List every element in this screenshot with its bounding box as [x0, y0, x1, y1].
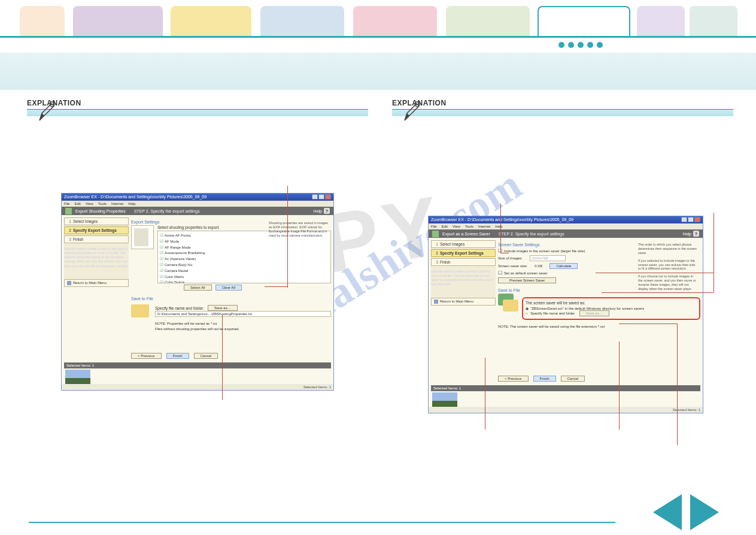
radio-default-dir[interactable]: "ZBScreenSaver.scr" in the default Windo…: [526, 306, 697, 310]
radio-specify[interactable]: Specify file name and folder Save as…: [526, 312, 697, 315]
prop-item[interactable]: Color Space: [160, 279, 329, 283]
menu-help[interactable]: Help: [128, 201, 135, 207]
menu-internet[interactable]: Internet: [478, 223, 490, 229]
menu-internet[interactable]: Internet: [111, 201, 123, 207]
step-header: STEP 2. Specify the export settings: [499, 232, 564, 236]
save-as-button[interactable]: Save as…: [208, 305, 238, 311]
exif-note: Shooting properties are stored in images…: [269, 221, 329, 238]
save-as-button[interactable]: Save as…: [579, 310, 609, 316]
menu-edit[interactable]: Edit: [442, 223, 448, 229]
previous-button[interactable]: < Previous: [131, 353, 162, 359]
wizard-nav: < Previous Finish Cancel: [498, 376, 585, 382]
task-icon: [432, 231, 439, 237]
tab-underline: [0, 36, 756, 38]
prev-page-arrow[interactable]: [649, 492, 684, 533]
help-label[interactable]: Help: [683, 232, 691, 236]
wizard-steps: 1Select Images 2Specify Export Settings …: [431, 240, 496, 306]
tab-7-active[interactable]: [538, 6, 630, 37]
help-icon[interactable]: ?: [693, 231, 699, 237]
task-header: Export as a Screen Saver STEP 2. Specify…: [429, 229, 703, 238]
prop-item[interactable]: Camera Model: [160, 268, 329, 274]
pencil-icon: [37, 99, 55, 123]
clear-all-button[interactable]: Clear All: [215, 285, 242, 291]
menu-bar: File Edit View Tools Internet Help: [429, 223, 703, 229]
menu-edit[interactable]: Edit: [75, 201, 81, 207]
menu-tools[interactable]: Tools: [465, 223, 473, 229]
menu-view[interactable]: View: [453, 223, 460, 229]
window-titlebar: ZoomBrowser EX - D:\Documents and Settin…: [62, 194, 333, 201]
menu-file[interactable]: File: [431, 223, 437, 229]
calculate-button[interactable]: Calculate: [549, 263, 578, 269]
size-combo[interactable]: 1024x768: [530, 255, 566, 261]
pencil-icon: [402, 99, 420, 123]
tab-6[interactable]: [446, 6, 530, 37]
step-finish[interactable]: 3Finish: [64, 235, 129, 243]
step-select-images[interactable]: 1Select Images: [431, 240, 496, 248]
prop-item[interactable]: AF Mode: [160, 238, 329, 244]
prop-item[interactable]: Av (Aperture Value): [160, 256, 329, 262]
task-header: Export Shooting Properties STEP 2. Speci…: [62, 207, 333, 215]
previous-button[interactable]: < Previous: [498, 376, 529, 382]
preview-button[interactable]: Preview Screen Saver: [498, 277, 556, 283]
tab-8[interactable]: [637, 6, 685, 37]
wizard-nav: < Previous Finish Cancel: [131, 353, 218, 359]
path-field[interactable]: D:\Documents and Settings\xxx…\ZBShootin…: [155, 311, 331, 317]
select-all-button[interactable]: Select All: [184, 285, 212, 291]
note-skip: Files without shooting properties will n…: [155, 327, 331, 331]
explanation-label-left: EXPLANATION: [27, 99, 368, 107]
order-note: The order in which you select photos det…: [638, 243, 698, 295]
menu-tools[interactable]: Tools: [98, 201, 107, 207]
menu-help[interactable]: Help: [495, 223, 502, 229]
next-page-arrow[interactable]: [688, 492, 722, 533]
page-dots: [558, 42, 603, 48]
step-finish[interactable]: 3Finish: [431, 258, 496, 266]
tab-9[interactable]: [690, 6, 737, 37]
tab-4[interactable]: [260, 6, 344, 37]
tab-5[interactable]: [353, 6, 437, 37]
maximize-button[interactable]: [688, 217, 694, 222]
task-icon: [65, 208, 72, 214]
name-label: Specify file name and folder:: [155, 306, 204, 310]
prop-item[interactable]: AF Range Mode: [160, 244, 329, 250]
callout-line: [500, 253, 509, 253]
window-titlebar: ZoomBrowser EX - D:\Documents and Settin…: [429, 216, 703, 223]
cancel-button[interactable]: Cancel: [561, 376, 585, 382]
step-export-settings[interactable]: 2Specify Export Settings: [64, 226, 129, 234]
menu-view[interactable]: View: [86, 201, 93, 207]
step-select-images[interactable]: 1Select Images: [64, 217, 129, 225]
minimize-button[interactable]: [312, 194, 318, 200]
menu-bar: File Edit View Tools Internet Help: [62, 201, 333, 207]
tab-3[interactable]: [171, 6, 251, 37]
screensaver-icon: [498, 294, 518, 314]
task-name: Export as a Screen Saver: [442, 232, 490, 236]
help-icon[interactable]: ?: [324, 208, 330, 214]
tab-bar: [0, 0, 756, 37]
minimize-button[interactable]: [681, 217, 687, 222]
tab-1[interactable]: [20, 6, 65, 37]
step-export-settings[interactable]: 2Specify Export Settings: [431, 249, 496, 257]
explanation-label-right: EXPLANATION: [392, 99, 733, 107]
size-label: Size of images:: [498, 256, 523, 260]
save-prompt: The screen saver will be saved as:: [526, 301, 697, 305]
return-main-menu-button[interactable]: Return to Main Menu: [431, 298, 496, 306]
status-bar: Selected Items: 1: [429, 407, 703, 413]
finish-button[interactable]: Finish: [533, 376, 556, 382]
properties-list[interactable]: Active AF Points AF Mode AF Range Mode A…: [157, 231, 331, 283]
finish-button[interactable]: Finish: [166, 353, 189, 359]
return-main-menu-button[interactable]: Return to Main Menu: [64, 279, 129, 287]
callout-line: [485, 358, 485, 430]
side-note: Use this task to create a copy of the ph…: [64, 247, 129, 268]
menu-file[interactable]: File: [64, 201, 70, 207]
maximize-button[interactable]: [318, 194, 324, 200]
tab-2[interactable]: [73, 6, 163, 37]
callout-line: [714, 213, 714, 273]
cancel-button[interactable]: Cancel: [194, 353, 218, 359]
help-label[interactable]: Help: [314, 209, 322, 213]
prop-item[interactable]: Color Matrix: [160, 274, 329, 280]
ss-size-label: Screen saver size:: [498, 264, 527, 268]
close-button[interactable]: [325, 194, 331, 200]
close-button[interactable]: [694, 217, 700, 222]
prop-item[interactable]: Autoexposure Bracketing: [160, 250, 329, 256]
prop-item[interactable]: Camera Body No.: [160, 262, 329, 268]
selected-strip: Selected Items: 1: [431, 385, 700, 391]
